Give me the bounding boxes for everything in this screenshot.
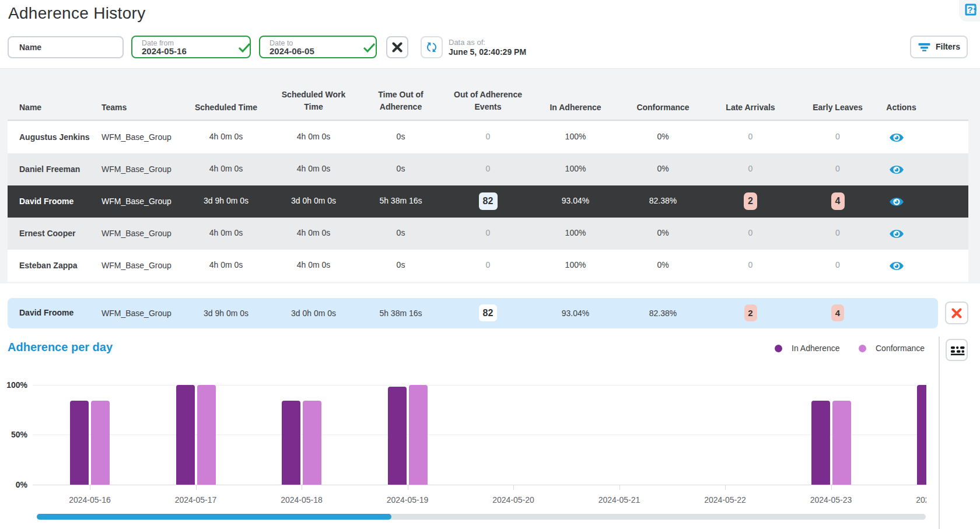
svg-text:?: ?: [967, 5, 972, 15]
